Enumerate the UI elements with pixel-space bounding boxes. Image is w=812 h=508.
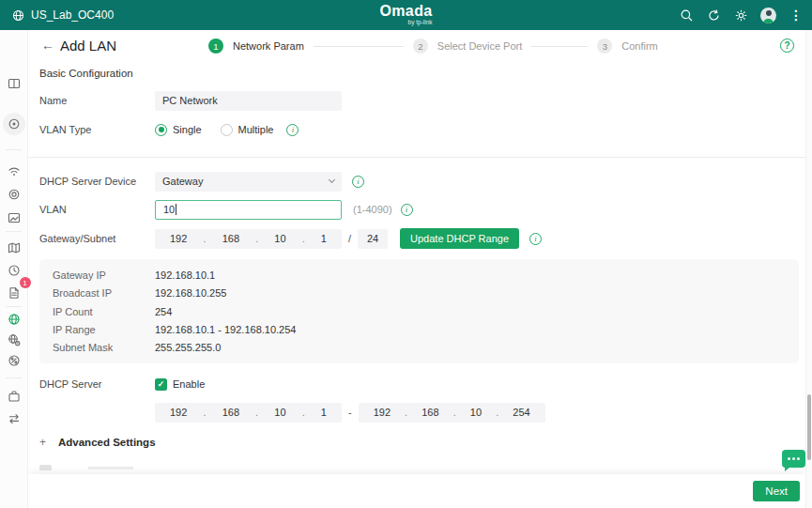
- vlan-type-info-icon[interactable]: [286, 124, 299, 136]
- gateway-ip-input[interactable]: 192 . 168 . 10 . 1: [155, 229, 342, 249]
- sidebar-item-vpn[interactable]: [3, 329, 25, 351]
- plus-icon: +: [39, 436, 53, 449]
- ip-octet[interactable]: 192: [170, 233, 187, 244]
- wifi-icon: [8, 164, 21, 177]
- radio-multiple-label[interactable]: Multiple: [238, 124, 274, 135]
- globe-icon: [8, 313, 21, 326]
- vlan-label: VLAN: [39, 204, 155, 215]
- ip-octet[interactable]: 254: [513, 407, 529, 418]
- vlan-row: VLAN 10 (1-4090): [39, 199, 413, 220]
- sidebar-item-security[interactable]: [3, 349, 25, 372]
- logo-text: Omada: [379, 4, 432, 19]
- avatar[interactable]: [760, 8, 776, 23]
- gateway-info-icon[interactable]: [529, 233, 542, 245]
- top-bar: US_Lab_OC400 Omada by tp-link: [0, 0, 812, 30]
- sidebar-item-site[interactable]: [3, 113, 25, 135]
- next-button[interactable]: Next: [753, 481, 800, 501]
- info-row: Gateway IP 192.168.10.1: [53, 269, 786, 281]
- ip-octet[interactable]: 168: [222, 407, 239, 418]
- page-header: ← Add LAN 1 Network Param 2 Select Devic…: [28, 30, 805, 62]
- cutoff-text: [88, 467, 133, 470]
- radio-single[interactable]: [155, 124, 167, 136]
- step-2-circle: 2: [413, 38, 428, 54]
- subnet-prefix-value: 24: [367, 233, 378, 244]
- sidebar-item-wired-networks-active[interactable]: [3, 308, 25, 331]
- sidebar-divider: [6, 149, 22, 150]
- dhcp-device-select[interactable]: Gateway: [155, 172, 342, 192]
- ip-octet[interactable]: 192: [170, 407, 187, 418]
- map-book-icon: [8, 241, 21, 254]
- info-label: IP Range: [53, 324, 155, 335]
- avatar-body: [763, 19, 774, 23]
- dhcp-server-row: DHCP Server Enable: [39, 377, 205, 392]
- vlan-type-row: VLAN Type Single Multiple: [39, 119, 299, 140]
- dhcp-enable-checkbox[interactable]: [155, 378, 167, 391]
- ip-octet[interactable]: 10: [274, 233, 285, 244]
- globe-icon: [12, 9, 24, 22]
- sidebar-divider: [6, 306, 22, 307]
- chat-feedback-icon[interactable]: [782, 450, 805, 468]
- slash-separator: /: [348, 233, 351, 244]
- name-input[interactable]: PC Network: [155, 91, 342, 111]
- sidebar-item-organization[interactable]: [3, 385, 25, 408]
- sidebar-item-clients[interactable]: [3, 183, 25, 206]
- ip-octet[interactable]: 10: [274, 407, 285, 418]
- vlan-range-hint: (1-4090): [353, 204, 392, 215]
- main-content: ← Add LAN 1 Network Param 2 Select Devic…: [28, 30, 805, 508]
- radio-single-label[interactable]: Single: [173, 124, 202, 135]
- update-dhcp-range-button[interactable]: Update DHCP Range: [400, 228, 519, 249]
- avatar-head: [766, 10, 772, 16]
- dhcp-device-info-icon[interactable]: [352, 176, 364, 188]
- advanced-settings-label: Advanced Settings: [58, 437, 156, 448]
- vlan-input[interactable]: 10: [155, 200, 342, 220]
- ip-octet[interactable]: 168: [222, 233, 239, 244]
- ip-octet[interactable]: 1: [321, 233, 327, 244]
- kebab-menu-icon[interactable]: [789, 8, 804, 23]
- help-icon[interactable]: [780, 38, 794, 53]
- sidebar-item-transmission[interactable]: [3, 408, 25, 430]
- sidebar-item-logs[interactable]: 1: [3, 282, 25, 304]
- page-title: Add LAN: [60, 38, 116, 54]
- gear-icon[interactable]: [733, 8, 748, 23]
- dhcp-range-start-input[interactable]: 192 . 168 . 10 . 1: [155, 403, 342, 423]
- vlan-value: 10: [163, 204, 175, 215]
- vertical-scrollbar[interactable]: [805, 30, 812, 508]
- sidebar-item-wireless[interactable]: [3, 160, 25, 182]
- back-arrow-icon[interactable]: ←: [41, 38, 54, 53]
- dhcp-server-label: DHCP Server: [39, 378, 155, 390]
- gateway-subnet-label: Gateway/Subnet: [39, 233, 155, 244]
- name-label: Name: [39, 95, 155, 106]
- ip-octet[interactable]: 168: [421, 407, 438, 418]
- search-icon[interactable]: [679, 8, 694, 23]
- sidebar-divider: [6, 231, 22, 232]
- radio-multiple[interactable]: [221, 124, 233, 136]
- subnet-info-panel: Gateway IP 192.168.10.1 Broadcast IP 192…: [39, 259, 799, 363]
- step-connector: [314, 46, 404, 47]
- step-1-label: Network Param: [233, 40, 304, 52]
- scrollbar-thumb[interactable]: [807, 394, 811, 460]
- vlan-info-icon[interactable]: [401, 204, 413, 216]
- site-selector[interactable]: US_Lab_OC400: [12, 8, 114, 22]
- info-row: Subnet Mask 255.255.255.0: [53, 342, 786, 353]
- sidebar-item-dashboard[interactable]: [3, 72, 25, 95]
- subnet-prefix-input[interactable]: 24: [358, 229, 388, 249]
- dhcp-range-end-input[interactable]: 192 . 168 . 10 . 254: [359, 403, 545, 423]
- name-row: Name PC Network: [39, 90, 342, 111]
- info-row: IP Range 192.168.10.1 - 192.168.10.254: [53, 324, 786, 335]
- content-divider: [28, 157, 805, 158]
- dhcp-enable-label[interactable]: Enable: [173, 378, 205, 390]
- sidebar-item-insight[interactable]: [3, 237, 25, 259]
- split-panel-icon: [8, 77, 21, 90]
- dhcp-device-row: DHCP Server Device Gateway: [39, 171, 364, 192]
- advanced-settings-toggle[interactable]: + Advanced Settings: [39, 436, 156, 449]
- document-badge-icon: [8, 286, 21, 300]
- info-value: 255.255.255.0: [155, 342, 221, 353]
- ip-octet[interactable]: 192: [374, 407, 391, 418]
- sidebar-item-map[interactable]: [3, 207, 25, 229]
- ip-octet[interactable]: 10: [470, 407, 482, 418]
- refresh-icon[interactable]: [706, 8, 721, 23]
- ip-octet[interactable]: 1: [321, 407, 327, 418]
- octet-separator: .: [453, 407, 456, 418]
- info-row: Broadcast IP 192.168.10.255: [53, 287, 786, 299]
- info-value: 254: [155, 306, 172, 317]
